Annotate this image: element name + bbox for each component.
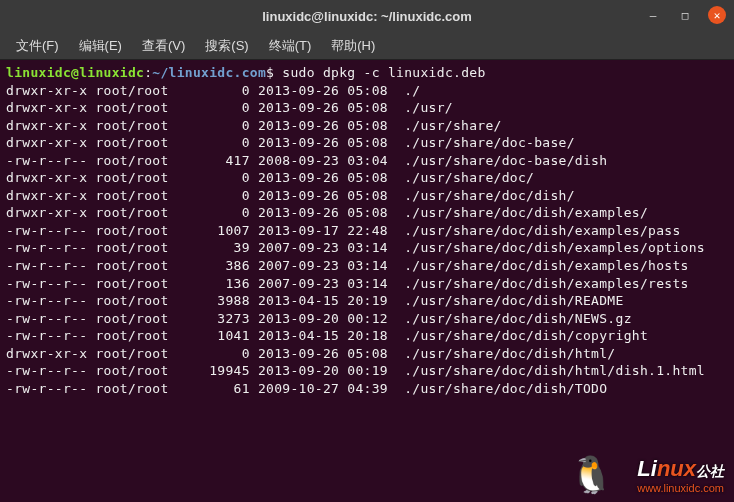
- file-listing-row: -rw-r--r-- root/root 136 2007-09-23 03:1…: [6, 275, 728, 293]
- file-listing-row: -rw-r--r-- root/root 386 2007-09-23 03:1…: [6, 257, 728, 275]
- menu-terminal[interactable]: 终端(T): [261, 35, 320, 57]
- file-listing-row: -rw-r--r-- root/root 3273 2013-09-20 00:…: [6, 310, 728, 328]
- command-text: sudo dpkg -c linuxidc.deb: [282, 65, 485, 80]
- file-listing-row: -rw-r--r-- root/root 61 2009-10-27 04:39…: [6, 380, 728, 398]
- prompt-path: ~/linuxidc.com: [152, 65, 266, 80]
- menu-view[interactable]: 查看(V): [134, 35, 193, 57]
- prompt-user: linuxidc@linuxidc: [6, 65, 144, 80]
- file-listing-row: -rw-r--r-- root/root 19945 2013-09-20 00…: [6, 362, 728, 380]
- menu-help[interactable]: 帮助(H): [323, 35, 383, 57]
- terminal-output[interactable]: linuxidc@linuxidc:~/linuxidc.com$ sudo d…: [0, 60, 734, 502]
- file-listing-row: -rw-r--r-- root/root 417 2008-09-23 03:0…: [6, 152, 728, 170]
- file-listing-row: -rw-r--r-- root/root 3988 2013-04-15 20:…: [6, 292, 728, 310]
- close-button[interactable]: ✕: [708, 6, 726, 24]
- file-listing-row: -rw-r--r-- root/root 1041 2013-04-15 20:…: [6, 327, 728, 345]
- window-title: linuxidc@linuxidc: ~/linuxidc.com: [262, 9, 472, 24]
- file-listing-row: drwxr-xr-x root/root 0 2013-09-26 05:08 …: [6, 117, 728, 135]
- file-listing-row: drwxr-xr-x root/root 0 2013-09-26 05:08 …: [6, 82, 728, 100]
- minimize-button[interactable]: —: [644, 6, 662, 24]
- menubar: 文件(F) 编辑(E) 查看(V) 搜索(S) 终端(T) 帮助(H): [0, 32, 734, 60]
- titlebar: linuxidc@linuxidc: ~/linuxidc.com — □ ✕: [0, 0, 734, 32]
- file-listing-row: drwxr-xr-x root/root 0 2013-09-26 05:08 …: [6, 187, 728, 205]
- prompt-dollar: $: [266, 65, 282, 80]
- maximize-button[interactable]: □: [676, 6, 694, 24]
- file-listing-row: drwxr-xr-x root/root 0 2013-09-26 05:08 …: [6, 134, 728, 152]
- menu-search[interactable]: 搜索(S): [197, 35, 256, 57]
- file-listing-row: drwxr-xr-x root/root 0 2013-09-26 05:08 …: [6, 204, 728, 222]
- window-controls: — □ ✕: [644, 6, 726, 24]
- file-listing-row: drwxr-xr-x root/root 0 2013-09-26 05:08 …: [6, 169, 728, 187]
- menu-edit[interactable]: 编辑(E): [71, 35, 130, 57]
- file-listing-row: -rw-r--r-- root/root 1007 2013-09-17 22:…: [6, 222, 728, 240]
- file-listing-row: -rw-r--r-- root/root 39 2007-09-23 03:14…: [6, 239, 728, 257]
- menu-file[interactable]: 文件(F): [8, 35, 67, 57]
- file-listing-row: drwxr-xr-x root/root 0 2013-09-26 05:08 …: [6, 345, 728, 363]
- file-listing-row: drwxr-xr-x root/root 0 2013-09-26 05:08 …: [6, 99, 728, 117]
